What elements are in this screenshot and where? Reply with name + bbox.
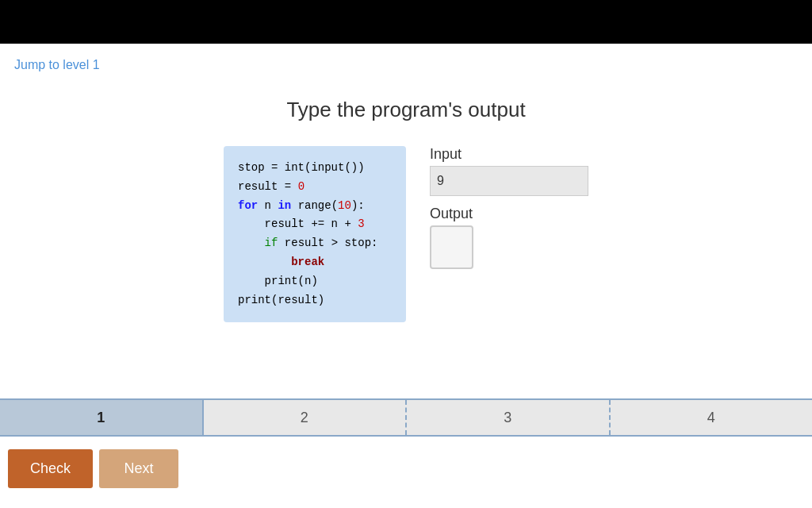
code-line-6: break [238,253,392,272]
output-label: Output [430,206,588,222]
level-item-4[interactable]: 4 [611,400,813,435]
level-item-3[interactable]: 3 [407,400,611,435]
code-line-8: print(result) [238,291,392,310]
level-bar: 1 2 3 4 [0,398,812,437]
level-item-2[interactable]: 2 [204,400,408,435]
code-line-3: for n in range(10): [238,197,392,216]
input-field[interactable] [430,166,588,196]
level-item-1[interactable]: 1 [0,400,204,435]
input-label: Input [430,146,588,163]
code-line-4: result += n + 3 [238,215,392,234]
code-line-7: print(n) [238,272,392,291]
code-block: stop = int(input()) result = 0 for n in … [224,146,406,322]
jump-to-level-link[interactable]: Jump to level 1 [0,48,114,82]
code-line-1: stop = int(input()) [238,159,392,178]
io-panel: Input Output [430,146,588,269]
output-box[interactable] [430,225,473,269]
check-button[interactable]: Check [8,449,93,488]
code-line-2: result = 0 [238,178,392,197]
bottom-buttons: Check Next [0,449,178,488]
code-line-5: if result > stop: [238,234,392,253]
page-title: Type the program's output [286,98,525,122]
top-bar [0,0,812,44]
next-button[interactable]: Next [99,449,178,488]
code-io-container: stop = int(input()) result = 0 for n in … [224,146,588,322]
